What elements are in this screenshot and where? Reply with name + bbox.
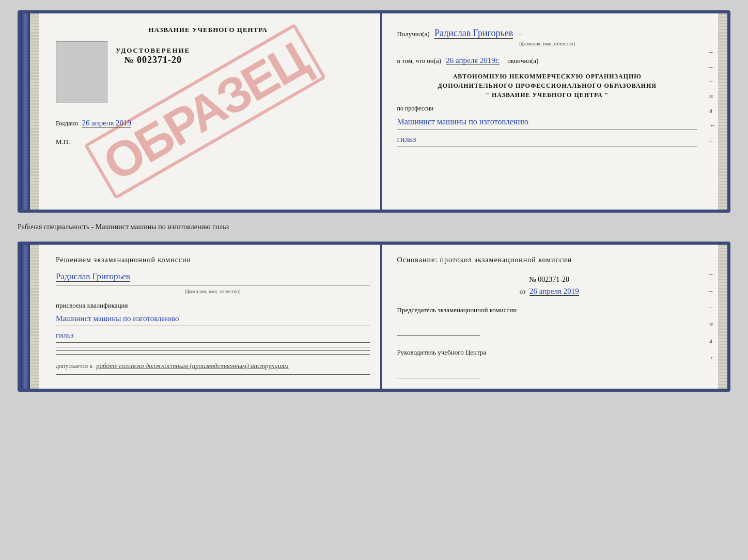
vtom-line: в том, что он(а) 26 апреля 2019г. окончи…	[397, 54, 698, 67]
vtom-label: в том, что он(а)	[397, 57, 442, 65]
po-professii-label: по профессии	[397, 105, 698, 113]
profession-line2: гильз	[397, 132, 698, 148]
photo-placeholder	[56, 41, 107, 103]
right-dashes-top: – – – и а ← –	[709, 44, 716, 148]
prisvoena-label: присвоена квалификация	[56, 301, 370, 310]
resheniem-label: Решением экзаменационной комиссии	[56, 256, 370, 264]
spine-bottom	[21, 245, 30, 389]
dopusk-text: работе согласно должностным (производств…	[96, 362, 288, 370]
top-left-content: НАЗВАНИЕ УЧЕБНОГО ЦЕНТРА УДОСТОВЕРЕНИЕ №…	[44, 26, 366, 146]
doc-label: Рабочая специальность - Машинист машины …	[18, 221, 730, 233]
bottom-ot: от 26 апреля 2019	[397, 287, 702, 296]
vidan-label: Выдано	[56, 119, 78, 127]
ot-date: 26 апреля 2019	[529, 287, 579, 296]
profession-line1: Машинист машины по изготовлению	[397, 115, 698, 130]
bottom-document: Решением экзаменационной комиссии Радисл…	[18, 242, 730, 392]
mp-block: М.П.	[56, 138, 361, 146]
ot-label: от	[520, 287, 526, 295]
top-left-page: НАЗВАНИЕ УЧЕБНОГО ЦЕНТРА УДОСТОВЕРЕНИЕ №…	[30, 13, 382, 210]
bottom-left-page: Решением экзаменационной комиссии Радисл…	[30, 245, 382, 389]
org-name: " НАЗВАНИЕ УЧЕБНОГО ЦЕНТРА "	[397, 90, 698, 100]
bottom-name: Радислав Григорьев	[56, 271, 130, 282]
predsedatel-sig	[397, 321, 480, 336]
top-document: НАЗВАНИЕ УЧЕБНОГО ЦЕНТРА УДОСТОВЕРЕНИЕ №…	[18, 10, 730, 213]
dopusk-label: допускается к	[56, 362, 92, 370]
bottom-left-content: Решением экзаменационной комиссии Радисл…	[44, 256, 370, 375]
org-line2: ДОПОЛНИТЕЛЬНОГО ПРОФЕССИОНАЛЬНОГО ОБРАЗО…	[397, 81, 698, 90]
vidan-date: 26 апреля 2019	[82, 119, 132, 127]
right-dashes-bottom: – – – и а ← – – – –	[709, 265, 716, 392]
udostoverenie-block: УДОСТОВЕРЕНИЕ № 002371-20	[116, 46, 190, 66]
bottom-qualification2: гильз	[56, 328, 370, 343]
dopusk-block: допускается к работе согласно должностны…	[56, 362, 370, 370]
poluchil-line: Получил(а) Радислав Григорьев – (фамилия…	[397, 26, 698, 48]
top-right-page: Получил(а) Радислав Григорьев – (фамилия…	[382, 13, 728, 210]
poluchil-label: Получил(а)	[397, 30, 430, 38]
top-left-title: НАЗВАНИЕ УЧЕБНОГО ЦЕНТРА	[56, 26, 361, 34]
rukovoditel-sig	[397, 363, 480, 378]
osnovanie-label: Основание: протокол экзаменационной коми…	[397, 256, 702, 264]
bottom-name-block: Радислав Григорьев (фамилия, имя, отчест…	[56, 271, 370, 294]
bottom-num: № 002371-20	[397, 275, 702, 284]
bottom-right-page: Основание: протокол экзаменационной коми…	[382, 245, 728, 389]
udostoverenie-num: № 002371-20	[116, 55, 190, 66]
org-line1: АВТОНОМНУЮ НЕКОММЕРЧЕСКУЮ ОРГАНИЗАЦИЮ	[397, 72, 698, 81]
predsedatel-label: Председатель экзаменационной комиссии	[397, 306, 702, 314]
vtom-date: 26 апреля 2019г.	[446, 56, 500, 65]
rukovoditel-label: Руководитель учебного Центра	[397, 348, 702, 357]
bottom-name-sub: (фамилия, имя, отчество)	[56, 289, 370, 294]
okonchil-label: окончил(а)	[507, 57, 538, 65]
poluchil-sub: (фамилия, имя, отчество)	[397, 40, 698, 48]
udostoverenie-title: УДОСТОВЕРЕНИЕ	[116, 46, 190, 55]
vidan-block: Выдано 26 апреля 2019	[56, 119, 361, 127]
org-block: АВТОНОМНУЮ НЕКОММЕРЧЕСКУЮ ОРГАНИЗАЦИЮ ДО…	[397, 72, 698, 100]
spine-top	[21, 13, 30, 210]
bottom-qualification1: Машинист машины по изготовлению	[56, 312, 370, 326]
poluchil-name: Радислав Григорьев	[434, 28, 513, 39]
